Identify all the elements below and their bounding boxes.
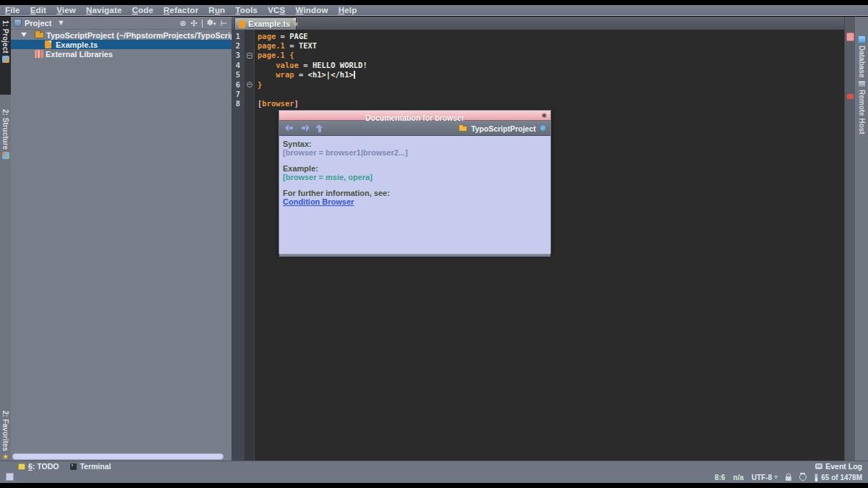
doc-popup-resize-grip[interactable] [279,254,550,257]
tree-row-project-root[interactable]: TypoScriptProject (~/PhpstormProjects/Ty… [11,30,231,40]
project-horizontal-scrollbar[interactable] [12,453,224,460]
favorites-star-icon: ★ [2,453,9,461]
hector-inspector-icon[interactable] [799,474,807,481]
menu-window[interactable]: Window [290,6,333,14]
project-root-label: TypoScriptProject (~/PhpstormProjects/Ty… [46,31,231,40]
tool-button-project[interactable]: 1: Project [0,17,11,95]
code-line-7: 7 [231,89,844,98]
expand-arrow-icon[interactable] [21,33,27,37]
error-stripe-mark[interactable] [847,94,854,99]
fold-end-icon[interactable]: − [247,82,252,87]
caret-position-widget[interactable]: 8:6 [715,474,725,481]
doc-syntax-label: Syntax: [283,140,547,148]
status-bar: 8:6 n/a UTF-8 ÷ 65 of 1478M [0,471,868,483]
example-ts-label: Example.ts [56,40,98,49]
doc-project-folder-icon [459,126,467,132]
tool-button-remote-host[interactable]: Remote Host [855,80,868,134]
doc-project-label: TypoScriptProject [471,124,536,133]
structure-tool-icon [2,152,9,159]
tree-row-external-libraries[interactable]: External Libraries [11,49,231,59]
toolbar-divider [202,20,203,27]
tool-window-quick-access-button[interactable] [6,473,14,481]
project-view-dropdown-icon[interactable]: ▼ [59,20,63,26]
tool-button-database[interactable]: Database [855,35,868,77]
remote-host-icon [858,80,866,87]
tool-button-todo[interactable]: 6: TODO [18,462,59,471]
code-line-3: 3 − page.1 { [231,51,844,60]
project-settings-icon[interactable]: ✽▾ [207,19,216,28]
menu-edit[interactable]: Edit [25,6,52,14]
forward-arrow-icon[interactable] [300,124,310,132]
back-arrow-icon[interactable] [285,124,294,132]
menu-refactor[interactable]: Refactor [158,6,203,14]
memory-bar-icon [814,474,818,481]
todo-icon [18,463,25,470]
terminal-icon [70,463,77,470]
project-panel-header: Project ▼ ⊗ ✣ ✽▾ ⊢ [11,17,231,30]
inspection-status-indicator[interactable] [846,33,854,41]
doc-example-code: [browser = msie, opera] [283,173,547,181]
external-libraries-icon [35,50,43,58]
project-panel-title: Project [25,19,51,27]
tab-example-ts[interactable]: Example.ts × [234,17,297,30]
tool-button-remote-host-label: Remote Host [858,90,866,134]
tab-label: Example.ts [248,20,290,28]
code-area[interactable]: 1 page = PAGE 2 page.1 = TEXT 3 − page.1… [231,31,844,108]
tab-close-icon[interactable]: × [294,20,298,27]
encoding-widget[interactable]: UTF-8 ÷ [752,474,778,481]
tool-button-favorites-label: 2: Favorites [1,411,9,451]
letterbox-bottom [0,483,868,488]
code-line-8: 8 [browser] [231,99,844,108]
text-caret [354,71,355,79]
project-panel-icon [14,19,22,27]
menu-vcs[interactable]: VCS [263,6,290,14]
menu-code[interactable]: Code [127,6,159,14]
right-tool-stripe: Database Remote Host [855,17,868,461]
external-libraries-label: External Libraries [46,50,113,59]
menu-navigate[interactable]: Navigate [81,6,127,14]
project-tool-icon [2,56,9,63]
tool-button-terminal[interactable]: Terminal [70,462,111,471]
tool-button-database-label: Database [858,46,866,77]
memory-indicator[interactable]: 65 of 1478M [814,474,862,481]
code-line-1: 1 page = PAGE [231,31,844,40]
menu-help[interactable]: Help [333,6,362,14]
event-log-icon [815,463,822,469]
menu-view[interactable]: View [51,6,81,14]
menu-tools[interactable]: Tools [230,6,263,14]
code-line-5: 5 wrap = <h1>|</h1> [231,70,844,80]
up-arrow-icon[interactable] [315,124,323,132]
doc-popup-settings-icon[interactable]: ✱ [541,112,547,119]
tool-button-event-log[interactable]: Event Log [815,462,862,471]
doc-condition-browser-link[interactable]: Condition Browser [283,197,354,206]
project-tree: TypoScriptProject (~/PhpstormProjects/Ty… [11,30,231,59]
code-line-2: 2 page.1 = TEXT [231,40,844,50]
scroll-from-source-icon[interactable]: ✣ [190,20,197,27]
typoscript-file-icon [45,40,51,48]
documentation-popup: Documentation for browser ✱ TypoScriptPr… [278,110,551,254]
doc-popup-title-bar[interactable]: Documentation for browser ✱ [279,111,550,121]
left-tool-stripe: 1: Project 2: Structure 2: Favorites ★ [0,17,11,461]
letterbox-top [0,0,868,5]
doc-info-text: For further information, see: [283,189,547,197]
doc-popup-toolbar: TypoScriptProject ✱ [279,121,550,136]
phpstorm-window: File Edit View Navigate Code Refactor Ru… [0,0,868,488]
doc-gear-icon[interactable]: ✱ [540,124,546,133]
menu-run[interactable]: Run [203,6,230,14]
editor-tab-bar: Example.ts × [231,17,844,30]
doc-syntax-code: [browser = browser1|browser2...] [283,148,547,157]
fold-start-icon[interactable]: − [247,53,252,59]
tool-button-structure-label: 2: Structure [1,109,9,150]
project-close-icon[interactable]: ⊗ [179,20,186,27]
folder-icon [35,32,44,38]
doc-example-label: Example: [283,164,547,173]
hide-panel-icon[interactable]: ⊢ [220,20,227,27]
menu-file[interactable]: File [0,6,25,14]
tree-row-example-ts[interactable]: Example.ts [11,40,231,49]
lock-icon[interactable] [786,476,791,481]
line-separator-widget[interactable]: n/a [733,474,744,481]
tool-button-project-label: 1: Project [1,20,9,53]
tool-button-structure[interactable]: 2: Structure [0,109,11,171]
database-icon [858,35,866,43]
editor-scrollbar[interactable] [844,17,855,461]
